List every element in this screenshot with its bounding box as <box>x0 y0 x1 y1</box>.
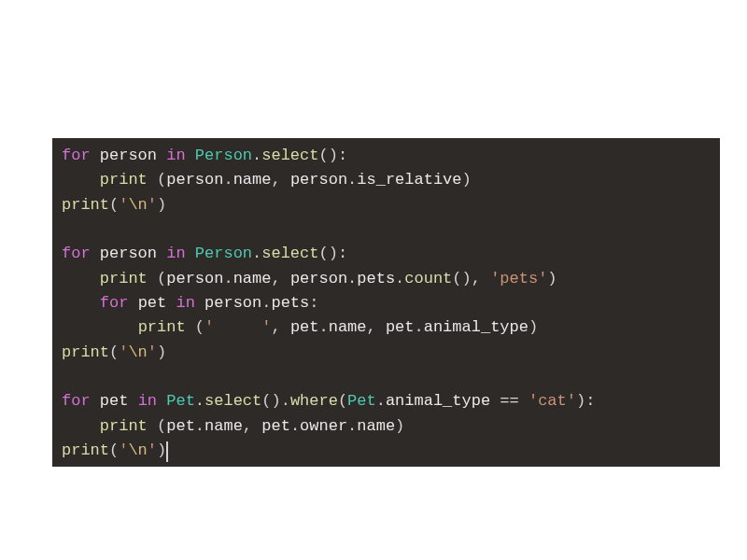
token-property: name <box>233 171 272 189</box>
token-property: animal_type <box>386 392 490 410</box>
token-punct: . <box>347 171 357 189</box>
token-punct <box>62 294 100 312</box>
token-variable: pet <box>138 294 167 312</box>
token-string-escape: \n <box>128 441 147 459</box>
token-punct <box>62 171 100 189</box>
token-punct: . <box>347 417 357 435</box>
code-line[interactable]: print (pet.name, pet.owner.name) <box>62 414 711 439</box>
token-property: animal_type <box>424 318 529 336</box>
token-keyword: for <box>62 245 91 262</box>
token-punct <box>62 270 100 287</box>
token-string: 'cat' <box>529 392 576 410</box>
text-cursor <box>166 441 168 462</box>
token-variable: person <box>290 270 347 287</box>
code-line[interactable] <box>62 365 711 389</box>
token-punct: (): <box>318 245 347 262</box>
token-punct <box>195 294 204 312</box>
token-punct: , <box>271 171 289 189</box>
token-method: select <box>261 147 318 164</box>
token-builtin: print <box>100 270 148 287</box>
token-variable: pet <box>100 392 129 410</box>
token-punct: , <box>271 270 289 287</box>
token-punct: ( <box>109 196 119 214</box>
token-punct: . <box>395 270 404 287</box>
code-editor[interactable]: for person in Person.select(): print (pe… <box>52 138 720 467</box>
token-keyword: in <box>138 392 157 410</box>
code-line[interactable]: print (person.name, person.pets.count(),… <box>62 267 711 291</box>
token-property: pets <box>357 270 395 287</box>
token-builtin: print <box>100 171 148 189</box>
token-punct <box>186 147 195 164</box>
token-property: name <box>357 417 395 435</box>
token-variable: person <box>100 147 157 164</box>
token-punct: ( <box>148 417 166 435</box>
token-punct: . <box>290 417 300 435</box>
token-class: Pet <box>347 392 376 410</box>
token-punct: ) <box>157 196 166 214</box>
token-punct <box>128 392 137 410</box>
token-punct: : <box>309 294 318 312</box>
code-line[interactable]: for person in Person.select(): <box>62 242 711 266</box>
token-punct: ( <box>109 343 119 361</box>
token-punct: . <box>252 245 261 262</box>
code-line[interactable]: print('\n') <box>62 341 711 365</box>
token-string: ' <box>148 343 157 361</box>
code-line[interactable]: print('\n') <box>62 439 711 463</box>
token-string: ' <box>148 196 157 214</box>
token-property: name <box>204 417 243 435</box>
token-class: Person <box>195 245 252 262</box>
token-punct <box>128 294 137 312</box>
token-variable: pet <box>386 318 415 336</box>
token-punct: (). <box>261 392 290 410</box>
token-string: ' <box>119 343 128 361</box>
code-line[interactable]: for person in Person.select(): <box>62 144 711 168</box>
token-method: select <box>261 245 318 262</box>
token-punct: ) <box>395 417 404 435</box>
token-keyword: for <box>62 392 91 410</box>
token-punct: . <box>261 294 271 312</box>
token-punct: ) <box>462 171 472 189</box>
token-keyword: for <box>100 294 129 312</box>
token-class: Person <box>195 147 252 164</box>
token-keyword: for <box>62 147 91 164</box>
token-operator: == <box>490 392 529 410</box>
token-punct <box>157 392 166 410</box>
token-punct: ( <box>148 270 166 287</box>
token-builtin: print <box>62 343 109 361</box>
token-method: count <box>404 270 452 287</box>
token-variable: pet <box>261 417 290 435</box>
token-class: Pet <box>166 392 195 410</box>
code-line[interactable]: print (person.name, person.is_relative) <box>62 168 711 192</box>
token-punct: ( <box>148 171 166 189</box>
code-container[interactable]: for person in Person.select(): print (pe… <box>62 144 711 464</box>
token-variable: person <box>204 294 261 312</box>
code-line[interactable]: for pet in person.pets: <box>62 291 711 315</box>
code-line[interactable]: print('\n') <box>62 193 711 217</box>
token-punct <box>166 294 176 312</box>
token-punct: . <box>223 171 233 189</box>
token-variable: person <box>166 270 223 287</box>
token-string: ' <box>119 441 128 459</box>
code-line[interactable] <box>62 217 711 242</box>
token-string: ' <box>148 441 157 459</box>
token-punct: , <box>367 318 386 336</box>
token-string-escape: \n <box>128 343 147 361</box>
token-punct <box>62 417 100 435</box>
token-string: 'pets' <box>490 270 547 287</box>
token-string: ' ' <box>204 318 271 336</box>
token-keyword: in <box>166 245 185 262</box>
token-punct: . <box>223 270 233 287</box>
token-punct: . <box>376 392 386 410</box>
token-property: is_relative <box>357 171 461 189</box>
code-line[interactable]: print (' ', pet.name, pet.animal_type) <box>62 315 711 340</box>
token-punct: (), <box>452 270 490 287</box>
token-property: name <box>329 318 367 336</box>
token-keyword: in <box>176 294 194 312</box>
token-punct: ) <box>529 318 538 336</box>
token-builtin: print <box>62 441 109 459</box>
token-string-escape: \n <box>128 196 147 214</box>
token-punct <box>62 318 138 336</box>
code-line[interactable]: for pet in Pet.select().where(Pet.animal… <box>62 389 711 413</box>
token-punct <box>91 245 100 262</box>
token-punct: , <box>243 417 261 435</box>
